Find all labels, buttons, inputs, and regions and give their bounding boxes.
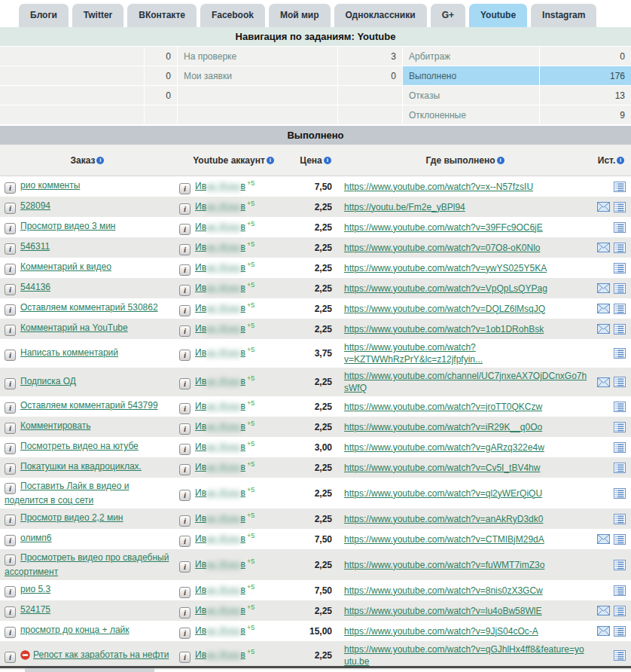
order-link[interactable]: 528094 (20, 200, 50, 211)
source-list-icon[interactable] (614, 650, 626, 661)
where-link[interactable]: https://www.youtube.com/watch?v=qGJhlHx4… (344, 644, 584, 667)
account-link[interactable]: Иван Жуков (195, 347, 245, 358)
where-link[interactable]: https://www.youtube.com/watch?v=ywYS025Y… (344, 263, 547, 273)
info-button[interactable]: i (5, 182, 16, 194)
info-button[interactable]: i (179, 536, 191, 547)
account-link[interactable]: Иван Жуков (195, 487, 245, 498)
account-link[interactable]: Иван Жуков (195, 221, 245, 232)
info-button[interactable]: i (5, 402, 16, 414)
info-button[interactable]: i (179, 403, 191, 414)
where-link[interactable]: https://www.youtube.com/watch?v=lu4oBw58… (344, 606, 541, 616)
account-link[interactable]: Иван Жуков (195, 242, 245, 252)
account-link[interactable]: Иван Жуков (195, 201, 245, 212)
source-list-icon[interactable] (614, 304, 626, 314)
order-link[interactable]: рио 5.3 (20, 584, 50, 594)
order-link[interactable]: рио комменты (20, 180, 80, 191)
where-link[interactable]: https://www.youtube.com/watch?v=jroTT0QK… (344, 402, 542, 412)
info-button[interactable]: i (5, 223, 16, 234)
info-button[interactable]: i (179, 285, 191, 296)
info-button[interactable]: i (179, 244, 191, 255)
where-link[interactable]: https://www.youtube.com/watch?v=CTMIBjM2… (344, 534, 544, 545)
account-link[interactable]: Иван Жуков (195, 323, 245, 334)
where-link[interactable]: https://www.youtube.com/watch?v=ql2yWErQ… (344, 488, 542, 499)
source-list-icon[interactable] (614, 348, 626, 359)
info-button[interactable]: i (5, 463, 16, 475)
info-button[interactable]: i (5, 284, 16, 295)
info-button[interactable]: i (179, 490, 191, 501)
order-link[interactable]: олимп6 (20, 533, 52, 543)
source-list-icon[interactable] (614, 422, 626, 432)
info-icon[interactable]: i (617, 157, 624, 164)
mail-icon[interactable] (597, 606, 610, 615)
mail-icon[interactable] (597, 243, 610, 252)
where-link[interactable]: https://www.youtube.com/watch?v=fuWMT7im… (344, 560, 544, 570)
info-button[interactable]: i (5, 443, 16, 454)
info-button[interactable]: i (5, 627, 16, 638)
info-button[interactable]: i (179, 305, 191, 316)
info-button[interactable]: i (179, 444, 191, 455)
info-icon[interactable]: i (267, 157, 274, 164)
info-button[interactable]: i (5, 264, 16, 275)
info-button[interactable]: i (5, 325, 16, 336)
mail-icon[interactable] (597, 534, 610, 544)
account-link[interactable]: Иван Жуков (195, 303, 245, 313)
account-link[interactable]: Иван Жуков (195, 401, 245, 411)
info-button[interactable]: i (5, 652, 16, 663)
stat-label[interactable]: Мои заявки (178, 66, 337, 85)
source-list-icon[interactable] (614, 377, 626, 387)
stat-label[interactable]: Отклоненные (403, 105, 539, 124)
account-link[interactable]: Иван Жуков (195, 585, 245, 595)
where-link[interactable]: https://youtu.be/Fm2e_yBPl94 (344, 202, 465, 212)
info-button[interactable]: i (179, 628, 191, 639)
order-link[interactable]: Поставить Лайк в видео и поделится в соц… (5, 481, 130, 506)
source-list-icon[interactable] (614, 488, 626, 499)
order-link[interactable]: 524175 (20, 604, 50, 615)
account-link[interactable]: Иван Жуков (195, 605, 245, 615)
where-link[interactable]: https://www.youtube.com/watch?v=07O8-oK0… (344, 243, 540, 253)
info-button[interactable]: i (5, 515, 16, 526)
info-button[interactable]: i (5, 606, 16, 618)
order-link[interactable]: Комментарий к видео (20, 261, 111, 272)
mail-icon[interactable] (597, 283, 610, 293)
info-icon[interactable]: i (96, 157, 104, 164)
info-button[interactable]: i (179, 378, 191, 389)
order-link[interactable]: Посмотреть видео на ютубе (20, 441, 139, 451)
source-list-icon[interactable] (614, 402, 626, 412)
where-link[interactable]: https://www.youtube.com/watch?v=VpQpLsQY… (344, 283, 547, 294)
order-link[interactable]: Просмотр видео 2,2 мин (20, 512, 123, 523)
tab-moimir[interactable]: Мой мир (269, 4, 331, 27)
account-link[interactable]: Иван Жуков (195, 625, 245, 636)
source-list-icon[interactable] (614, 324, 626, 334)
info-button[interactable]: i (179, 423, 191, 435)
info-button[interactable]: i (5, 350, 16, 361)
order-link[interactable]: Написать комментарий (20, 347, 118, 358)
mail-icon[interactable] (597, 324, 610, 334)
order-link[interactable]: Оставляем комментарий 530862 (20, 302, 158, 313)
tab-youtube[interactable]: Youtube (469, 4, 527, 27)
mail-icon[interactable] (597, 626, 610, 636)
source-list-icon[interactable] (614, 263, 626, 273)
source-list-icon[interactable] (614, 182, 626, 192)
stat-label[interactable]: Выполнено (403, 66, 539, 85)
stat-label[interactable]: Отказы (403, 86, 539, 105)
info-icon[interactable]: i (497, 157, 504, 164)
info-button[interactable]: i (5, 535, 16, 546)
account-link[interactable]: Иван Жуков (195, 513, 245, 524)
account-link[interactable]: Иван Жуков (195, 533, 245, 544)
source-list-icon[interactable] (614, 514, 626, 524)
where-link[interactable]: https://www.youtube.com/channel/UC7jnxeA… (344, 371, 587, 393)
source-list-icon[interactable] (614, 560, 626, 570)
order-link[interactable]: Просмотр видео 3 мин (20, 221, 116, 231)
info-button[interactable]: i (179, 325, 191, 337)
order-link[interactable]: 544136 (20, 282, 50, 292)
stat-label[interactable]: Арбитраж (403, 47, 539, 66)
info-button[interactable]: i (5, 203, 16, 214)
source-list-icon[interactable] (614, 463, 626, 473)
info-button[interactable]: i (5, 378, 16, 389)
order-link[interactable]: просмотр до конца + лайк (20, 625, 130, 635)
source-list-icon[interactable] (614, 243, 626, 253)
info-button[interactable]: i (179, 224, 191, 235)
info-button[interactable]: i (5, 243, 16, 255)
order-link[interactable]: Комментарий на YouTube (20, 322, 128, 333)
info-button[interactable]: i (179, 587, 191, 598)
